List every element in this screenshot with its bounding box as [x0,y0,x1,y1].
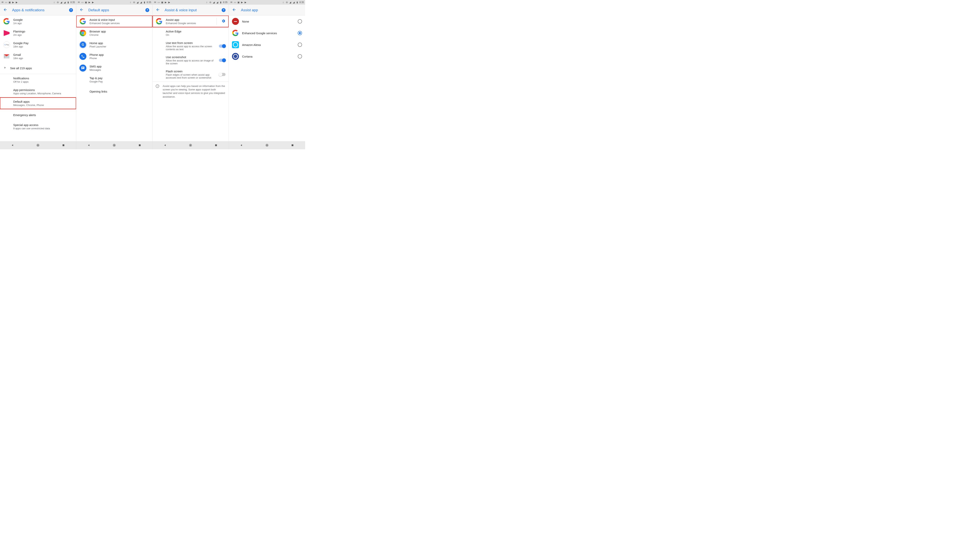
photo-notif-icon: ▣ [161,1,164,4]
nav-back-icon[interactable] [164,143,167,147]
item-subtitle: On [166,33,226,37]
radio-button[interactable] [298,43,302,47]
chrome-icon [79,30,86,37]
list-item[interactable]: Browser app Chrome [76,27,152,39]
list-item[interactable]: Flash screen Flash edges of screen when … [152,67,229,82]
list-item[interactable]: Assist & voice input Enhanced Google ser… [76,15,152,27]
radio-button[interactable] [298,31,302,35]
list-item[interactable]: Opening links [76,85,152,97]
radio-button[interactable] [298,19,302,23]
list-item[interactable]: Amazon Alexa [229,39,305,50]
nav-recent-icon[interactable] [138,143,142,147]
item-subtitle: Messages [90,68,149,72]
nav-back-icon[interactable] [240,143,243,147]
item-title: Flash screen [166,70,216,73]
item-subtitle: Pixel Launcher [90,45,149,48]
list-item[interactable]: GPay Google Pay 18m ago [0,39,76,50]
list-item[interactable]: Gmail 18m ago [0,50,76,62]
gear-icon[interactable] [221,19,226,24]
clock: 8:35 [70,1,75,4]
sms-icon [79,65,86,72]
toggle-switch[interactable] [219,59,226,62]
item-title: Cortana [242,55,294,58]
item-subtitle: 18m ago [13,45,73,48]
list-item[interactable]: Special app access 9 apps can use unrest… [0,121,76,132]
list-item[interactable]: Flamingo 2m ago [0,27,76,39]
item-text: Assist app Enhanced Google services [166,18,212,25]
app-bar: Default apps ? [76,5,152,15]
back-button[interactable] [155,8,160,13]
back-button[interactable] [79,8,84,13]
item-text: See all 219 apps [10,67,73,70]
nav-home-icon[interactable] [36,143,40,147]
nav-recent-icon[interactable] [62,143,65,147]
gmail-notif-icon: ✉ [77,1,80,4]
nav-home-icon[interactable] [189,143,192,147]
nav-home-icon[interactable] [112,143,116,147]
item-title: Tap & pay [90,77,149,80]
item-title: Enhanced Google services [242,32,294,35]
svg-rect-14 [291,145,293,146]
radio-button[interactable] [298,54,302,58]
back-button[interactable] [3,8,7,13]
nav-back-icon[interactable] [11,143,14,147]
bluetooth-icon: ⟊ [282,1,285,4]
list-item[interactable]: Cortana [229,50,305,62]
list-item[interactable]: Google 1m ago [0,15,76,27]
item-text: Use screenshot Allow the assist app to a… [166,55,216,65]
list-item[interactable]: Notifications Off for 2 apps [0,74,76,86]
toggle-switch[interactable] [219,45,226,48]
item-text: Tap & pay Google Pay [90,77,149,83]
list-item[interactable]: Use screenshot Allow the assist app to a… [152,53,229,67]
help-icon[interactable]: ? [222,8,226,12]
page-title: Assist & voice input [165,8,222,12]
list-item[interactable]: Active Edge On [152,27,229,39]
app-bar: Apps & notifications ? [0,5,76,15]
svg-rect-2 [62,145,64,146]
phone-screen: ✉ ▭ ▣ ▶ ▶ ⟊ ⊖ ◢ ◢ ▮ 8:35 Assist & voice … [152,0,229,149]
item-text: Phone app Phone [90,53,149,60]
nav-home-icon[interactable] [265,143,269,147]
list-item[interactable]: App permissions Apps using Location, Mic… [0,86,76,97]
item-text: SMS app Messages [90,65,149,72]
list-item[interactable]: Use text from screen Allow the assist ap… [152,39,229,53]
item-text: App permissions Apps using Location, Mic… [13,88,73,95]
page-title: Apps & notifications [12,8,69,12]
svg-rect-8 [139,145,140,146]
info-footnote: iAssist apps can help you based on infor… [152,82,229,101]
photo-notif-icon: ▣ [237,1,240,4]
item-text: Default apps Messages, Chrome, Phone [13,100,73,107]
content: None Enhanced Google services Amazon Ale… [229,15,305,141]
content: Assist & voice input Enhanced Google ser… [76,15,152,141]
toggle-switch[interactable] [219,73,226,76]
list-item[interactable]: Tap & pay Google Pay [76,74,152,85]
list-item[interactable]: Enhanced Google services [229,27,305,39]
help-icon[interactable]: ? [145,8,149,12]
wifi-icon: ◢ [60,1,63,4]
item-subtitle: Enhanced Google services [166,22,212,25]
clock: 8:35 [147,1,151,4]
list-item[interactable]: See all 219 apps [0,62,76,74]
list-item[interactable]: Default apps Messages, Chrome, Phone [0,97,76,109]
list-item[interactable]: Emergency alerts [0,109,76,121]
nav-back-icon[interactable] [87,143,91,147]
info-icon: i [155,84,159,88]
nav-recent-icon[interactable] [214,143,218,147]
list-item[interactable]: Phone app Phone [76,50,152,62]
back-button[interactable] [232,8,236,13]
chevron-right-icon [3,66,7,70]
list-item[interactable]: G Home app Pixel Launcher [76,39,152,50]
google-icon [3,18,10,25]
item-text: Home app Pixel Launcher [90,42,149,48]
help-icon[interactable]: ? [69,8,73,12]
gmail-notif-icon: ✉ [1,1,4,4]
item-text: Emergency alerts [13,113,73,117]
item-title: Special app access [13,123,73,127]
nav-recent-icon[interactable] [291,143,294,147]
list-item[interactable]: Assist app Enhanced Google services [152,15,229,27]
list-item[interactable]: SMS app Messages [76,62,152,74]
google-icon [79,18,86,25]
list-item[interactable]: None [229,15,305,27]
item-text: Active Edge On [166,30,226,37]
nav-bar [152,141,229,149]
